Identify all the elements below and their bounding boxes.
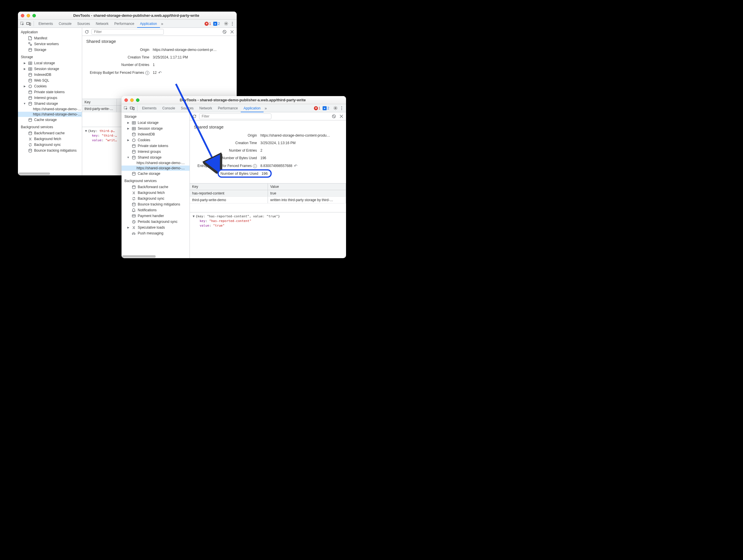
clear-icon[interactable] [222, 29, 227, 35]
more-tabs-icon[interactable]: » [264, 106, 268, 111]
info-icon[interactable]: i [145, 71, 149, 75]
tab-application[interactable]: Application [137, 22, 160, 26]
scrollbar-h[interactable] [18, 172, 81, 175]
close-icon[interactable] [229, 29, 235, 35]
close-icon[interactable] [21, 14, 24, 17]
label: Service workers [34, 42, 59, 46]
value-entropy: 12 [153, 71, 157, 75]
window-title: DevTools - shared-storage-demo-publisher… [142, 98, 343, 102]
sidebar-item-storage[interactable]: Storage [18, 47, 82, 53]
section-background: Background services [18, 123, 82, 130]
tab-console[interactable]: Console [56, 22, 74, 26]
sidebar-item-private-state[interactable]: Private state tokens [18, 89, 82, 95]
svg-point-15 [30, 86, 30, 86]
inspect-icon[interactable] [19, 20, 26, 27]
sidebar-item-bgsync[interactable]: Background sync [18, 142, 82, 147]
sidebar-item-bgsync[interactable]: Background sync [122, 196, 189, 202]
label: Notifications [138, 208, 157, 212]
close-icon[interactable] [339, 114, 344, 119]
error-count: 1 [318, 106, 320, 110]
kebab-icon[interactable] [339, 105, 345, 112]
tab-network[interactable]: Network [93, 22, 112, 26]
svg-point-42 [132, 185, 135, 187]
traffic-lights [21, 14, 36, 17]
undo-icon[interactable]: ↶ [158, 70, 162, 75]
kebab-icon[interactable] [229, 20, 235, 27]
label-entropy: Entropy Budget for Fenced Framesi [86, 71, 153, 75]
svg-point-23 [29, 149, 32, 150]
tab-elements[interactable]: Elements [36, 22, 56, 26]
message-badge-icon[interactable]: ▸ [322, 106, 326, 110]
scrollbar-h[interactable] [122, 255, 189, 258]
sidebar-item-bfcache[interactable]: Back/forward cache [18, 130, 82, 136]
sidebar-item-local-storage[interactable]: ▶Local storage [18, 60, 82, 66]
info-icon[interactable]: i [253, 164, 257, 168]
table-row[interactable]: has-reported-content true [190, 190, 346, 197]
table-header: Key Value [190, 183, 346, 190]
minimize-icon[interactable] [27, 14, 30, 17]
table-row[interactable]: third-party-write-demo written into thir… [190, 197, 346, 204]
error-badge-icon[interactable]: ✕ [205, 22, 209, 26]
sidebar-item-bfcache[interactable]: Back/forward cache [122, 184, 189, 190]
svg-point-12 [29, 73, 32, 74]
titlebar-a: DevTools - shared-storage-demo-publisher… [18, 11, 237, 20]
svg-point-34 [132, 133, 135, 134]
close-icon[interactable] [124, 98, 128, 102]
inspect-icon[interactable] [123, 105, 129, 112]
sidebar-item-manifest[interactable]: Manifest [18, 35, 82, 41]
cell-value: written into third-party storage by thir… [268, 197, 346, 203]
label: Shared storage [138, 156, 162, 160]
svg-point-37 [134, 140, 134, 140]
settings-icon[interactable] [223, 20, 229, 27]
error-count: 1 [209, 22, 211, 26]
sidebar-item-bgfetch[interactable]: Background fetch [18, 136, 82, 142]
label: Manifest [34, 36, 47, 40]
sidebar-item-bounce[interactable]: Bounce tracking mitigations [18, 147, 82, 154]
filter-input[interactable] [91, 29, 164, 35]
device-icon[interactable] [26, 20, 32, 27]
annotation-arrow [173, 81, 222, 174]
sidebar-item-periodic-sync[interactable]: Periodic background sync [122, 219, 189, 225]
sidebar-item-shared-origin-0[interactable]: https://shared-storage-demo-… [18, 106, 82, 112]
svg-point-9 [29, 48, 32, 49]
tab-sources[interactable]: Sources [74, 22, 93, 26]
sidebar-item-service-workers[interactable]: Service workers [18, 41, 82, 47]
shared-storage-info: Shared storage Originhttps://shared-stor… [82, 36, 237, 81]
minimize-icon[interactable] [130, 98, 134, 102]
tab-elements[interactable]: Elements [139, 106, 160, 110]
label: Session storage [34, 67, 59, 71]
main-tabbar-a: Elements Console Sources Network Perform… [18, 20, 237, 28]
sidebar-item-shared-storage[interactable]: ▼Shared storage [18, 101, 82, 106]
sidebar-item-session-storage[interactable]: ▶Session storage [18, 66, 82, 72]
sidebar-item-bounce[interactable]: Bounce tracking mitigations [122, 202, 189, 207]
label: IndexedDB [138, 132, 155, 136]
sidebar-item-shared-origin-1[interactable]: https://shared-storage-demo-… [18, 112, 82, 117]
sidebar-item-speculative[interactable]: ▶Speculative loads [122, 225, 189, 230]
sidebar-item-interest-groups[interactable]: Interest groups [18, 95, 82, 101]
tab-performance[interactable]: Performance [112, 22, 137, 26]
zoom-icon[interactable] [32, 14, 36, 17]
clear-icon[interactable] [331, 114, 337, 119]
message-badge-icon[interactable]: ▸ [213, 22, 217, 26]
label: Cookies [138, 138, 150, 142]
label: Session storage [138, 126, 163, 131]
tab-application[interactable]: Application [241, 106, 264, 110]
device-icon[interactable] [129, 105, 135, 112]
sidebar-item-push[interactable]: Push messaging [122, 230, 189, 236]
sidebar-item-websql[interactable]: Web SQL [18, 78, 82, 83]
label: https://shared-storage-demo-… [33, 112, 81, 116]
settings-icon[interactable] [332, 105, 339, 112]
label: Push messaging [138, 231, 164, 235]
sidebar-item-bgfetch[interactable]: Background fetch [122, 190, 189, 196]
reload-icon[interactable] [84, 29, 90, 35]
sidebar-item-cache-storage[interactable]: Cache storage [18, 117, 82, 123]
svg-point-6 [232, 25, 233, 26]
more-tabs-icon[interactable]: » [160, 21, 165, 26]
sidebar-item-cookies[interactable]: ▶Cookies [18, 83, 82, 89]
sidebar-item-notifications[interactable]: Notifications [122, 207, 189, 213]
sidebar-item-indexeddb[interactable]: IndexedDB [18, 72, 82, 78]
error-badge-icon[interactable]: ✕ [314, 106, 318, 110]
zoom-icon[interactable] [136, 98, 139, 102]
undo-icon[interactable]: ↶ [294, 164, 297, 168]
sidebar-item-payment[interactable]: Payment handler [122, 213, 189, 219]
